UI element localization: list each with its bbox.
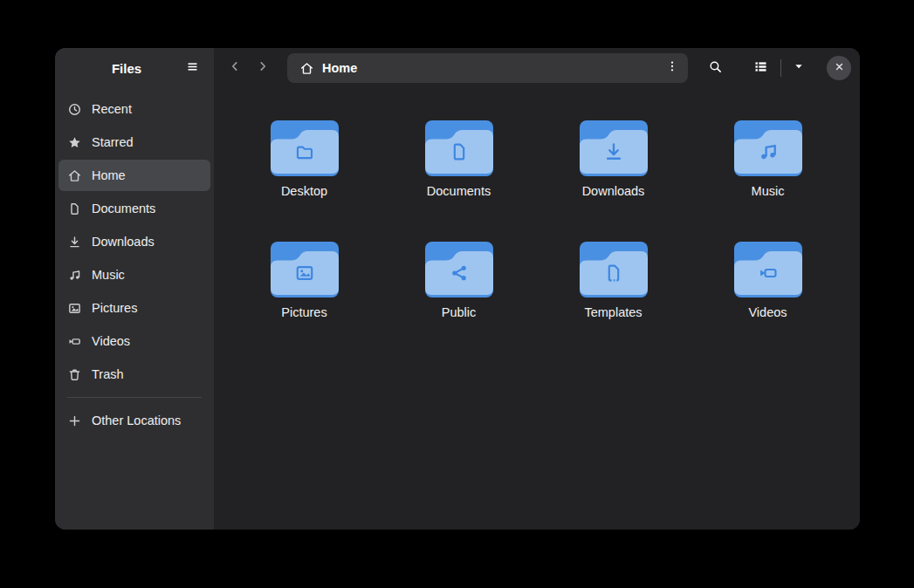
sidebar: Files Recent Starred Home Documents Down… xyxy=(55,48,214,530)
app-title: Files xyxy=(55,61,177,76)
sidebar-item-label: Recent xyxy=(92,102,132,116)
sidebar-item-label: Starred xyxy=(92,135,134,149)
forward-button[interactable] xyxy=(249,54,277,82)
sidebar-item-downloads[interactable]: Downloads xyxy=(58,226,210,257)
back-button[interactable] xyxy=(221,54,249,82)
main-pane: Home xyxy=(214,48,860,530)
sidebar-divider xyxy=(67,397,202,398)
path-bar[interactable]: Home xyxy=(287,53,688,83)
hamburger-icon xyxy=(185,59,200,78)
sidebar-item-music[interactable]: Music xyxy=(58,259,210,291)
header-bar: Home xyxy=(214,48,860,88)
folder-icon xyxy=(579,241,649,298)
folder-icon xyxy=(733,241,803,298)
sidebar-item-label: Documents xyxy=(92,202,155,215)
view-switcher-separator xyxy=(780,59,781,77)
folder-icon xyxy=(270,120,340,177)
window-close-button[interactable] xyxy=(827,56,851,80)
view-options-dropdown-button[interactable] xyxy=(787,54,811,82)
sidebar-item-label: Pictures xyxy=(92,301,137,315)
list-view-button[interactable] xyxy=(746,54,775,82)
folder-grid: Desktop Documents Downloads Music xyxy=(227,120,860,362)
folder-item-templates[interactable]: Templates xyxy=(536,241,691,362)
sidebar-item-label: Music xyxy=(92,268,125,282)
current-location-label: Home xyxy=(322,61,658,75)
sidebar-item-label: Trash xyxy=(92,367,124,381)
folder-name-label: Public xyxy=(442,305,477,319)
folder-name-label: Downloads xyxy=(582,184,645,198)
folder-name-label: Desktop xyxy=(281,184,327,198)
folder-item-pictures[interactable]: Pictures xyxy=(227,241,381,362)
sidebar-places-list: Recent Starred Home Documents Downloads … xyxy=(55,88,214,438)
sidebar-header: Files xyxy=(55,48,214,88)
folder-item-downloads[interactable]: Downloads xyxy=(536,120,691,241)
list-view-icon xyxy=(753,59,768,78)
sidebar-item-videos[interactable]: Videos xyxy=(58,325,210,357)
clock-icon xyxy=(67,102,82,117)
files-window: Files Recent Starred Home Documents Down… xyxy=(55,48,860,530)
trash-icon xyxy=(67,367,82,382)
sidebar-item-trash[interactable]: Trash xyxy=(58,359,210,390)
view-switcher xyxy=(746,54,811,82)
music-icon xyxy=(67,268,82,283)
caret-down-icon xyxy=(792,59,806,77)
search-icon xyxy=(708,59,723,78)
folder-view: Desktop Documents Downloads Music xyxy=(214,88,860,530)
search-button[interactable] xyxy=(700,54,730,82)
picture-icon xyxy=(67,301,82,316)
sidebar-item-label: Home xyxy=(92,168,126,182)
folder-item-music[interactable]: Music xyxy=(691,120,845,241)
folder-item-videos[interactable]: Videos xyxy=(691,241,845,362)
home-icon xyxy=(67,168,82,183)
plus-icon xyxy=(67,414,82,428)
download-icon xyxy=(67,235,82,250)
folder-icon xyxy=(733,120,803,177)
folder-icon xyxy=(424,241,494,298)
document-icon xyxy=(67,202,82,216)
sidebar-item-pictures[interactable]: Pictures xyxy=(58,292,210,324)
folder-name-label: Templates xyxy=(584,305,642,319)
sidebar-item-starred[interactable]: Starred xyxy=(58,126,210,158)
sidebar-item-documents[interactable]: Documents xyxy=(58,193,210,224)
folder-item-desktop[interactable]: Desktop xyxy=(227,120,381,241)
folder-item-public[interactable]: Public xyxy=(381,241,536,362)
chevron-right-icon xyxy=(256,59,270,77)
sidebar-item-other-locations[interactable]: Other Locations xyxy=(58,405,210,436)
folder-item-documents[interactable]: Documents xyxy=(381,120,536,241)
folder-name-label: Documents xyxy=(427,184,491,198)
video-icon xyxy=(67,334,82,349)
folder-icon xyxy=(579,120,649,177)
sidebar-item-label: Other Locations xyxy=(92,414,181,427)
sidebar-item-label: Downloads xyxy=(92,235,155,249)
sidebar-item-home[interactable]: Home xyxy=(58,160,210,191)
sidebar-item-label: Videos xyxy=(92,334,130,348)
folder-name-label: Music xyxy=(752,184,785,198)
folder-icon xyxy=(424,120,494,177)
home-icon xyxy=(299,61,314,76)
sidebar-item-recent[interactable]: Recent xyxy=(58,93,210,125)
ellipsis-icon xyxy=(665,59,679,77)
star-icon xyxy=(67,135,82,150)
folder-name-label: Pictures xyxy=(281,305,326,319)
desktop-background: Files Recent Starred Home Documents Down… xyxy=(0,0,914,588)
close-icon xyxy=(834,60,845,76)
chevron-left-icon xyxy=(228,59,242,77)
location-menu-button[interactable] xyxy=(658,55,686,81)
folder-icon xyxy=(270,241,340,298)
folder-name-label: Videos xyxy=(748,305,787,319)
main-menu-button[interactable] xyxy=(177,54,207,82)
